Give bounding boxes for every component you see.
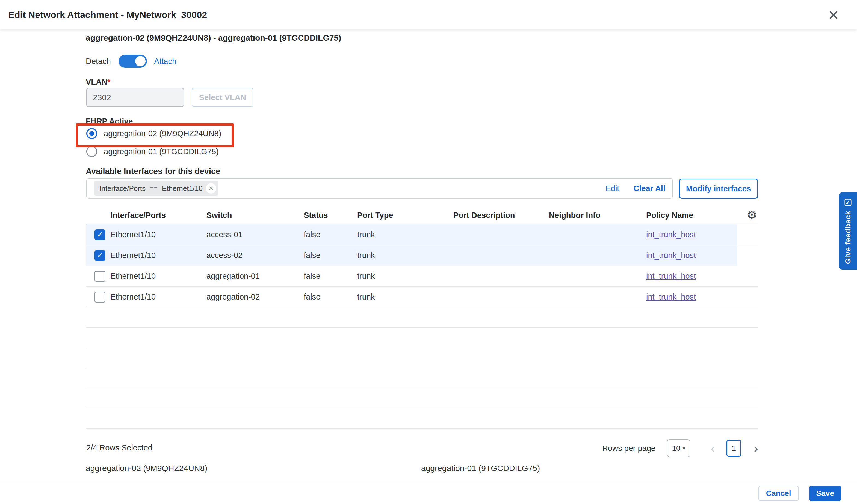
filter-chip-operator: == — [150, 185, 157, 192]
column-header-port-description: Port Description — [453, 211, 549, 220]
filter-chip-value: Ethernet1/10 — [162, 184, 203, 193]
feedback-pencil-icon — [844, 198, 852, 207]
rows-per-page-label: Rows per page — [602, 444, 655, 453]
row-checkbox[interactable]: ✓ — [95, 229, 105, 240]
filter-clear-all-link[interactable]: Clear All — [633, 184, 665, 193]
cell-switch: access-01 — [206, 230, 304, 239]
edit-network-attachment-modal: Edit Network Attachment - MyNetwork_3000… — [0, 0, 857, 504]
cell-switch: aggregation-02 — [206, 292, 304, 301]
table-row: ✓ Ethernet1/10 access-01 false trunk int… — [86, 224, 758, 245]
filter-edit-link[interactable]: Edit — [605, 184, 619, 193]
modal-footer: Cancel Save — [0, 481, 857, 504]
radio-dot — [89, 131, 94, 136]
filter-chip-remove-icon[interactable]: × — [206, 183, 216, 194]
chevron-down-icon: ▾ — [683, 445, 686, 452]
row-checkbox[interactable]: ✓ — [95, 291, 105, 303]
pagination-bar: Rows per page 10 ▾ ‹ 1 › — [602, 438, 758, 458]
close-icon[interactable]: × — [823, 4, 844, 26]
column-header-interface-ports: Interface/Ports — [110, 211, 206, 220]
save-button[interactable]: Save — [809, 486, 841, 501]
cell-port-type: trunk — [357, 230, 453, 239]
interfaces-table: Interface/Ports Switch Status Port Type … — [86, 206, 758, 429]
fhrp-option-aggregation-02[interactable]: aggregation-02 (9M9QHZ24UN8) — [86, 127, 221, 140]
attach-label: Attach — [154, 57, 177, 66]
column-header-switch: Switch — [206, 211, 304, 220]
column-header-policy-name: Policy Name — [646, 211, 737, 220]
cell-status: false — [304, 272, 357, 281]
table-row: ✓ Ethernet1/10 aggregation-01 false trun… — [86, 266, 758, 287]
available-interfaces-heading: Available Interfaces for this device — [86, 167, 220, 176]
cell-status: false — [304, 251, 357, 260]
cell-interface-ports: Ethernet1/10 — [110, 292, 206, 301]
device-section-left: aggregation-02 (9M9QHZ24UN8) — [86, 464, 207, 473]
detach-label: Detach — [86, 57, 111, 66]
row-checkbox[interactable]: ✓ — [95, 250, 105, 261]
modal-header: Edit Network Attachment - MyNetwork_3000… — [0, 0, 857, 30]
toggle-knob — [135, 56, 146, 66]
next-page-icon[interactable]: › — [754, 442, 758, 455]
row-checkbox[interactable]: ✓ — [95, 271, 105, 282]
vlan-label: VLAN* — [86, 78, 110, 86]
rows-per-page-select[interactable]: 10 ▾ — [667, 439, 690, 457]
column-header-neighbor-info: Neighbor Info — [549, 211, 646, 220]
cell-interface-ports: Ethernet1/10 — [110, 272, 206, 281]
empty-table-row — [86, 327, 758, 348]
current-page-button[interactable]: 1 — [726, 440, 741, 457]
policy-name-link[interactable]: int_trunk_host — [646, 251, 696, 259]
empty-table-row — [86, 348, 758, 368]
give-feedback-label: Give feedback — [844, 211, 852, 264]
radio-button — [86, 128, 97, 139]
cancel-button[interactable]: Cancel — [758, 486, 799, 501]
cell-port-type: trunk — [357, 292, 453, 301]
device-section-right: aggregation-01 (9TGCDDILG75) — [421, 464, 540, 473]
attach-toggle-row: Detach Attach — [86, 53, 177, 69]
cell-port-type: trunk — [357, 251, 453, 260]
fhrp-active-label: FHRP Active — [86, 117, 133, 126]
device-pair-subtitle: aggregation-02 (9M9QHZ24UN8) - aggregati… — [86, 33, 341, 43]
interfaces-filter-bar: Interface/Ports == Ethernet1/10 × Edit C… — [86, 178, 673, 199]
check-icon: ✓ — [97, 252, 103, 259]
radio-button — [86, 146, 97, 157]
table-header-row: Interface/Ports Switch Status Port Type … — [86, 206, 758, 224]
previous-page-icon[interactable]: ‹ — [711, 442, 715, 455]
cell-interface-ports: Ethernet1/10 — [110, 251, 206, 260]
check-icon: ✓ — [97, 231, 103, 238]
cell-status: false — [304, 230, 357, 239]
empty-table-row — [86, 368, 758, 388]
select-vlan-button[interactable]: Select VLAN — [192, 88, 253, 107]
table-settings-gear-icon[interactable]: ⚙ — [747, 209, 758, 221]
policy-name-link[interactable]: int_trunk_host — [646, 230, 696, 239]
cell-status: false — [304, 292, 357, 301]
policy-name-link[interactable]: int_trunk_host — [646, 272, 696, 280]
vlan-input[interactable] — [86, 88, 184, 107]
filter-actions: Edit Clear All — [605, 184, 665, 193]
radio-label: aggregation-01 (9TGCDDILG75) — [104, 147, 219, 156]
table-row: ✓ Ethernet1/10 aggregation-02 false trun… — [86, 287, 758, 307]
required-asterisk: * — [107, 78, 110, 86]
radio-label: aggregation-02 (9M9QHZ24UN8) — [104, 129, 221, 138]
column-header-port-type: Port Type — [357, 211, 453, 220]
modal-title: Edit Network Attachment - MyNetwork_3000… — [8, 0, 207, 30]
rows-per-page-value: 10 — [672, 444, 680, 453]
cell-interface-ports: Ethernet1/10 — [110, 230, 206, 239]
table-row: ✓ Ethernet1/10 access-02 false trunk int… — [86, 245, 758, 266]
attach-toggle[interactable] — [119, 55, 147, 68]
column-header-status: Status — [304, 211, 357, 220]
filter-chip: Interface/Ports == Ethernet1/10 × — [94, 181, 218, 196]
give-feedback-tab[interactable]: Give feedback — [839, 192, 857, 270]
fhrp-option-aggregation-01[interactable]: aggregation-01 (9TGCDDILG75) — [86, 145, 219, 158]
policy-name-link[interactable]: int_trunk_host — [646, 292, 696, 301]
empty-table-row — [86, 388, 758, 408]
modify-interfaces-button[interactable]: Modify interfaces — [679, 179, 758, 199]
cell-switch: aggregation-01 — [206, 272, 304, 281]
filter-chip-field: Interface/Ports — [99, 184, 146, 193]
rows-selected-text: 2/4 Rows Selected — [86, 443, 152, 452]
cell-switch: access-02 — [206, 251, 304, 260]
empty-table-row — [86, 307, 758, 327]
cell-port-type: trunk — [357, 272, 453, 281]
empty-table-row — [86, 408, 758, 429]
